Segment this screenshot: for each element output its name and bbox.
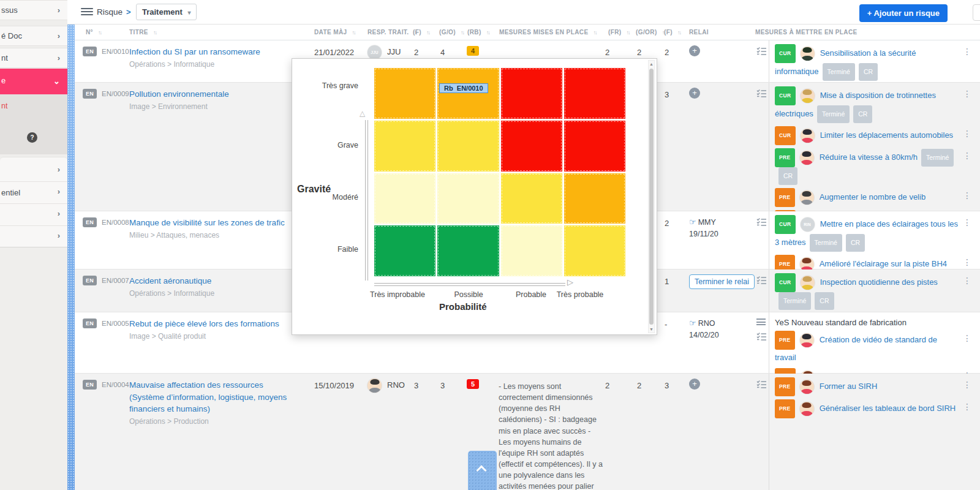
risk-type-badge: EN [83,47,97,56]
kebab-menu-icon[interactable]: ⋮ [963,399,971,415]
kebab-menu-icon[interactable]: ⋮ [963,377,971,393]
checklist-icon[interactable] [756,89,767,99]
matrix-cell-1-3[interactable] [564,121,625,172]
overlay-scrollbar[interactable]: ▲ ▼ [648,60,655,333]
matrix-cell-3-2[interactable] [501,225,562,276]
sort-icon[interactable]: ↑↓ [486,29,489,36]
matrix-cell-3-1[interactable] [437,225,499,276]
sidebar-item-processus[interactable]: ssus › [0,0,67,20]
x-slider-handle-icon[interactable]: ▷ [567,277,573,287]
column-header-relai: RELAI [689,29,709,36]
terminer-relai-button[interactable]: Terminer le relai [689,274,755,289]
checklist-icon[interactable] [756,276,767,286]
kebab-menu-icon[interactable]: ⋮ [963,215,971,230]
relai-delegate[interactable]: ☞MMY [689,216,758,228]
matrix-cell-2-2[interactable] [501,173,562,224]
measure-link[interactable]: Généraliser les tableaux de bord SIRH [820,404,956,413]
sidebar-item[interactable]: › [0,160,67,182]
add-risk-button[interactable]: + Ajouter un risque [859,4,948,22]
add-relai-button[interactable]: + [689,45,700,56]
edge-button[interactable] [973,4,980,21]
kebab-menu-icon[interactable]: ⋮ [963,44,971,59]
help-icon[interactable]: ? [27,132,37,143]
matrix-cell-1-2[interactable] [501,121,562,172]
sort-icon[interactable]: ↑↓ [677,29,680,36]
checklist-icon[interactable] [756,217,767,228]
measures-list: YeS Nouveau standard de fabricationPRECr… [769,312,975,373]
checklist-icon[interactable] [756,332,767,342]
sidebar-subitem-traitement[interactable]: nt [1,102,7,110]
y-axis-slider[interactable] [365,120,368,281]
scroll-to-top-button[interactable] [468,451,497,490]
column-label: N° [86,29,93,36]
risk-marker-chip[interactable]: Rb EN/0010 [439,83,488,93]
scroll-up-arrow-icon[interactable]: ▲ [649,62,654,66]
kebab-menu-icon[interactable]: ⋮ [963,86,971,102]
sidebar-item[interactable]: › [0,226,67,248]
risk-title-link[interactable]: Manque de visibilité sur les zones de tr… [129,217,296,229]
kebab-menu-icon[interactable]: ⋮ [963,273,971,288]
x-axis-title: Probabilité [439,301,487,312]
sort-icon[interactable]: ↑↓ [153,29,156,36]
matrix-cell-0-1[interactable] [437,68,499,119]
scroll-down-arrow-icon[interactable]: ▼ [649,327,654,331]
sidebar-item-referentiel[interactable]: entiel › [0,182,67,204]
matrix-cell-3-3[interactable] [564,225,625,276]
y-slider-handle-icon[interactable]: △ [360,109,365,118]
topbar: Risque > Traitement ▾ + Ajouter un risqu… [67,0,980,24]
scrollbar-thumb[interactable] [649,69,654,325]
table-row: ENEN/0004Mauvaise affectation des ressou… [75,374,980,490]
risk-title-link[interactable]: Rebut de pièce élevé lors des formations [129,318,296,330]
matrix-cell-2-1[interactable] [437,173,499,224]
kebab-menu-icon[interactable]: ⋮ [963,148,971,164]
x-axis-slider[interactable] [374,283,565,286]
add-relai-button[interactable]: + [689,379,700,390]
matrix-cell-1-0[interactable] [374,121,435,172]
sort-icon[interactable]: ↑↓ [426,29,429,36]
sidebar-item-risque-active[interactable]: e ⌄ [0,69,67,94]
menu-hamburger-icon[interactable] [81,8,93,17]
gor-value: 2 [637,48,641,57]
breadcrumb-root[interactable]: Risque [97,7,123,17]
matrix-cell-2-0[interactable] [374,173,435,224]
relai-delegate[interactable]: ☞RNO [689,317,758,330]
group-hamburger-icon[interactable] [756,318,767,329]
risk-matrix-grid [374,68,625,276]
sort-icon[interactable]: ↑↓ [98,29,101,36]
matrix-cell-0-3[interactable] [564,68,625,119]
matrix-cell-1-1[interactable] [437,121,499,172]
risk-title-link[interactable]: Accident aéronautique [129,275,296,287]
sort-icon[interactable]: ↑↓ [352,29,355,36]
column-header-rb: (RB)↑↓ [467,29,489,36]
sort-icon[interactable]: ↑↓ [461,29,464,36]
breadcrumb-dropdown[interactable]: Traitement ▾ [136,4,197,20]
column-header-gor: (G/OR)↑↓ [636,29,665,36]
sort-icon[interactable]: ↑↓ [627,29,630,36]
checklist-icon[interactable] [756,47,767,57]
risk-title-link[interactable]: Infection du SI par un ransomeware [129,46,296,58]
kebab-menu-icon[interactable]: ⋮ [963,188,971,203]
matrix-cell-3-0[interactable] [374,225,435,276]
risk-title-link[interactable]: Pollution environnementale [129,88,296,100]
matrix-cell-0-2[interactable] [501,68,562,119]
column-header-mesures_mises: MESURES MISES EN PLACE↑↓ [499,29,597,36]
checklist-icon[interactable] [756,380,767,390]
measure-link[interactable]: Création de vidéo de standard de travail [775,335,937,362]
sidebar-item[interactable]: nt › [0,48,67,68]
sidebar-item-doc[interactable]: é Doc › [0,26,67,46]
measure-link[interactable]: Réduire la vitesse à 80km/h [820,153,918,162]
matrix-cell-2-3[interactable] [564,173,625,224]
kebab-menu-icon[interactable]: ⋮ [963,126,971,141]
measure-link[interactable]: Augmenter le nombre de velib [820,192,925,202]
sidebar-item[interactable]: › [0,204,67,226]
kebab-menu-icon[interactable]: ⋮ [963,331,971,346]
add-relai-button[interactable]: + [689,88,700,99]
sort-icon[interactable]: ↑↓ [594,29,597,36]
measure-link[interactable]: Limiter les déplacements automobiles [820,130,954,140]
measure-link[interactable]: Inspection quotidienne des pistes [820,277,938,287]
measure-link[interactable]: Amélioré l'éclairage sur la piste BH4 [820,259,947,268]
kebab-menu-icon[interactable]: ⋮ [963,255,971,270]
measure-link[interactable]: Former au SIRH [820,382,878,391]
risk-title-link[interactable]: Mauvaise affectation des ressources (Sys… [129,379,296,415]
matrix-cell-0-0[interactable] [374,68,435,119]
